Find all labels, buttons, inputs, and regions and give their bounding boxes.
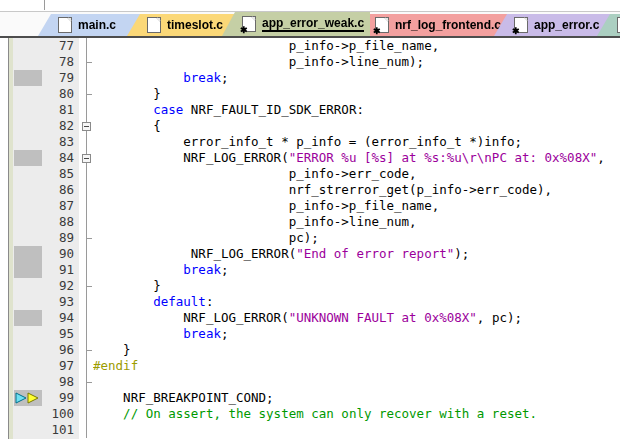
code-text[interactable]: } xyxy=(93,86,620,102)
code-segment-code: error_info_t * p_info = (error_info_t *)… xyxy=(93,134,522,149)
breakpoint-margin[interactable] xyxy=(13,54,44,70)
line-number: 87 xyxy=(44,198,79,214)
code-text[interactable]: break; xyxy=(93,262,620,278)
breakpoint-margin[interactable] xyxy=(13,102,44,118)
code-text[interactable]: p_info->line_num, xyxy=(93,214,620,230)
breakpoint-margin[interactable] xyxy=(13,230,44,246)
code-text[interactable]: error_info_t * p_info = (error_info_t *)… xyxy=(93,134,620,150)
document-modified-icon xyxy=(375,17,389,33)
code-segment-kw: default xyxy=(153,294,206,309)
breakpoint-margin[interactable] xyxy=(13,70,44,86)
fold-column xyxy=(79,38,93,54)
fold-column xyxy=(79,406,93,422)
code-line-82: 82 { xyxy=(13,118,620,134)
fold-guide-line xyxy=(86,38,87,54)
code-text[interactable]: p_info->p_file_name, xyxy=(93,198,620,214)
code-text[interactable]: NRF_LOG_ERROR("End of error report"); xyxy=(93,246,620,262)
breakpoint-margin[interactable] xyxy=(13,422,44,438)
code-line-84: 84 NRF_LOG_ERROR("ERROR %u [%s] at %s:%u… xyxy=(13,150,620,166)
breakpoint-margin[interactable] xyxy=(13,150,44,166)
code-text[interactable]: NRF_LOG_ERROR("UNKNOWN FAULT at 0x%08X",… xyxy=(93,310,620,326)
breakpoint-margin[interactable] xyxy=(13,406,44,422)
breakpoint-margin[interactable] xyxy=(13,374,44,390)
tab-timeslot-c[interactable]: timeslot.c xyxy=(127,14,237,36)
fold-collapse-icon[interactable] xyxy=(82,154,91,163)
code-text[interactable]: default: xyxy=(93,294,620,310)
tab-label: app_error.c xyxy=(534,18,599,32)
code-text[interactable]: nrf_strerror_get(p_info->err_code), xyxy=(93,182,620,198)
code-text[interactable]: #endif xyxy=(93,358,620,374)
breakpoint-margin[interactable] xyxy=(13,278,44,294)
line-number: 77 xyxy=(44,38,79,54)
toolbar-divider xyxy=(44,0,45,10)
fold-column[interactable] xyxy=(79,150,93,166)
code-line-96: 96 } xyxy=(13,342,620,358)
code-segment-code: p_info->line_num, xyxy=(93,214,417,229)
fold-guide-line xyxy=(86,214,87,230)
document-modified-icon xyxy=(514,17,528,33)
code-editor[interactable]: 77 p_info->p_file_name,78 p_info->line_n… xyxy=(0,38,620,439)
tab-main-c[interactable]: main.c xyxy=(38,14,142,36)
code-line-90: 90 NRF_LOG_ERROR("End of error report"); xyxy=(13,246,620,262)
line-number: 100 xyxy=(44,406,79,422)
line-number: 83 xyxy=(44,134,79,150)
code-text[interactable]: case NRF_FAULT_ID_SDK_ERROR: xyxy=(93,102,620,118)
breakpoint-margin[interactable] xyxy=(13,214,44,230)
breakpoint-margin[interactable] xyxy=(13,358,44,374)
line-number: 78 xyxy=(44,54,79,70)
code-segment-code: : xyxy=(206,294,214,309)
code-text[interactable]: } xyxy=(93,278,620,294)
breakpoint-margin[interactable] xyxy=(13,310,44,326)
code-text[interactable] xyxy=(93,374,620,390)
line-number: 81 xyxy=(44,102,79,118)
tab-app_error_weak-c[interactable]: app_error_weak.c xyxy=(222,12,370,36)
breakpoint-margin[interactable] xyxy=(13,326,44,342)
code-text[interactable]: break; xyxy=(93,326,620,342)
line-number: 91 xyxy=(44,262,79,278)
line-number: 86 xyxy=(44,182,79,198)
breakpoint-margin[interactable] xyxy=(13,38,44,54)
code-text[interactable]: } xyxy=(93,342,620,358)
fold-guide-line xyxy=(86,102,87,118)
code-text[interactable]: // On assert, the system can only recove… xyxy=(93,406,620,422)
code-text[interactable]: NRF_BREAKPOINT_COND; xyxy=(93,390,620,406)
fold-column xyxy=(79,166,93,182)
code-text[interactable]: break; xyxy=(93,70,620,86)
code-segment-code: p_info->line_num); xyxy=(93,54,424,69)
code-text[interactable] xyxy=(93,422,620,438)
line-number: 92 xyxy=(44,278,79,294)
code-text[interactable]: p_info->p_file_name, xyxy=(93,38,620,54)
code-segment-code xyxy=(93,406,123,421)
code-text[interactable]: p_info->err_code, xyxy=(93,166,620,182)
breakpoint-margin[interactable] xyxy=(13,262,44,278)
breakpoint-margin[interactable] xyxy=(13,390,44,406)
folded-corner xyxy=(156,18,160,22)
tab-app_error-c[interactable]: app_error.c xyxy=(494,14,612,36)
code-text[interactable]: { xyxy=(93,118,620,134)
breakpoint-margin[interactable] xyxy=(13,198,44,214)
breakpoint-margin[interactable] xyxy=(13,86,44,102)
breakpoint-margin[interactable] xyxy=(13,166,44,182)
fold-collapse-icon[interactable] xyxy=(82,122,91,131)
tab-nrf_log_frontend-c[interactable]: nrf_log_frontend.c xyxy=(355,14,509,36)
fold-guide-line xyxy=(86,166,87,182)
breakpoint-margin[interactable] xyxy=(13,342,44,358)
fold-column xyxy=(79,422,93,438)
breakpoint-margin[interactable] xyxy=(13,294,44,310)
code-text[interactable]: p_info->line_num); xyxy=(93,54,620,70)
code-line-77: 77 p_info->p_file_name, xyxy=(13,38,620,54)
breakpoint-margin[interactable] xyxy=(13,118,44,134)
code-line-81: 81 case NRF_FAULT_ID_SDK_ERROR: xyxy=(13,102,620,118)
breakpoint-margin[interactable] xyxy=(13,246,44,262)
code-line-99: 99 NRF_BREAKPOINT_COND; xyxy=(13,390,620,406)
fold-guide-line xyxy=(86,310,87,326)
code-segment-pp: #endif xyxy=(93,358,138,373)
code-segment-code: ; xyxy=(221,262,229,277)
code-line-91: 91 break; xyxy=(13,262,620,278)
breakpoint-margin[interactable] xyxy=(13,134,44,150)
breakpoint-margin[interactable] xyxy=(13,182,44,198)
code-line-98: 98 xyxy=(13,374,620,390)
code-text[interactable]: NRF_LOG_ERROR("ERROR %u [%s] at %s:%u\r\… xyxy=(93,150,620,166)
fold-column[interactable] xyxy=(79,118,93,134)
code-text[interactable]: pc); xyxy=(93,230,620,246)
